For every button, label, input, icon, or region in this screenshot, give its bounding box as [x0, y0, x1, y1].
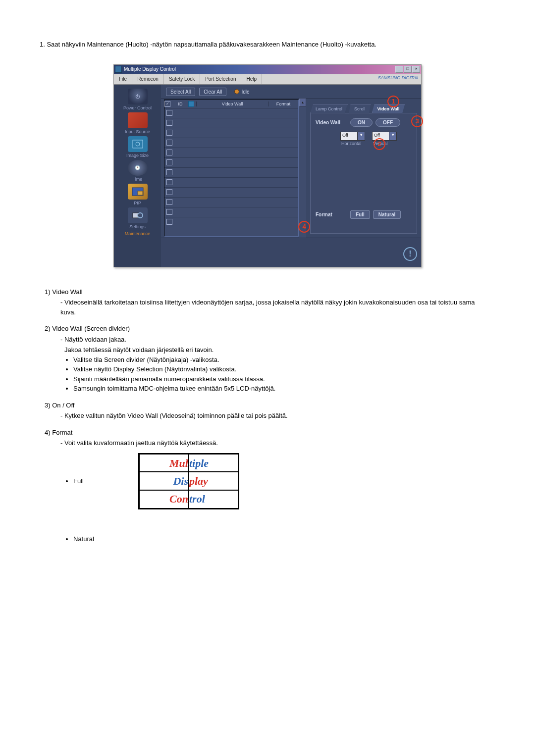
on-button[interactable]: ON	[350, 118, 373, 127]
desc-2-bullet: Samsungin toimittama MDC-ohjelma tukee e…	[73, 384, 490, 394]
desc-2-title: Video Wall (Screen divider)	[52, 325, 130, 332]
row-checkbox[interactable]	[166, 159, 172, 165]
row-checkbox[interactable]	[166, 169, 172, 175]
full-label: Full	[73, 476, 84, 486]
table-row[interactable]	[164, 118, 298, 128]
svg-point-1	[136, 142, 140, 146]
table-row[interactable]	[164, 138, 298, 148]
desc-2-num: 2)	[45, 325, 51, 332]
sidebar: ⏻ Power Control Input Source Image Size …	[114, 85, 161, 267]
intro-text: 1. Saat näkyviin Maintenance (Huolto) -n…	[40, 40, 495, 50]
table-row[interactable]	[164, 148, 298, 158]
desc-1-title: Video Wall	[52, 288, 82, 296]
desc-4-num: 4)	[45, 429, 51, 436]
row-checkbox[interactable]	[166, 209, 172, 215]
select-all-button[interactable]: Select All	[166, 88, 195, 96]
maximize-button[interactable]: □	[404, 66, 412, 73]
sidebar-item-settings[interactable]: Settings	[114, 207, 161, 229]
callout-1: 1	[387, 96, 399, 107]
status-bar: !	[161, 238, 421, 267]
desc-1-text: - Videoseinällä tarkoitetaan toisiinsa l…	[60, 298, 490, 317]
input-icon	[128, 112, 148, 128]
table-row[interactable]	[164, 108, 298, 118]
row-checkbox[interactable]	[166, 150, 172, 155]
menubar: File Remocon Safety Lock Port Selection …	[114, 74, 421, 85]
table-body	[164, 108, 298, 236]
menu-remocon[interactable]: Remocon	[132, 74, 164, 84]
table-row[interactable]	[164, 188, 298, 198]
desc-2-text2: Jakoa tehtäessä näytöt voidaan järjestel…	[64, 345, 490, 355]
row-checkbox[interactable]	[166, 120, 172, 126]
brand-label: SAMSUNG DIGITAll	[375, 74, 421, 84]
idle-dot-icon	[234, 89, 239, 94]
sidebar-item-maintenance[interactable]: Maintenance	[114, 231, 161, 236]
sidebar-item-image-size[interactable]: Image Size	[114, 136, 161, 158]
table-scrollbar[interactable]: ▲	[299, 99, 306, 238]
sidebar-item-pip[interactable]: PIP	[114, 184, 161, 205]
col-type-icon	[186, 101, 196, 107]
display-table: ✓ ID Video Wall Format	[164, 100, 299, 237]
table-row[interactable]	[164, 198, 298, 207]
desc-4-text: - Voit valita kuvaformaatin jaettua näyt…	[60, 438, 490, 448]
full-button[interactable]: Full	[350, 210, 370, 219]
power-icon: ⏻	[128, 89, 148, 104]
titlebar: Multiple Display Control _ □ ×	[114, 65, 421, 74]
menu-safety-lock[interactable]: Safety Lock	[164, 74, 200, 84]
row-checkbox[interactable]	[166, 219, 172, 225]
table-row[interactable]	[164, 178, 298, 188]
app-icon	[115, 66, 122, 73]
sidebar-item-time[interactable]: 🕑 Time	[114, 160, 161, 182]
menu-port-selection[interactable]: Port Selection	[200, 74, 241, 84]
desc-3-num: 3)	[45, 402, 51, 409]
col-id: ID	[174, 101, 186, 106]
table-row[interactable]	[164, 128, 298, 138]
description-list: 1) Video Wall - Videoseinällä tarkoiteta…	[45, 287, 490, 544]
video-wall-label: Video Wall	[316, 120, 347, 125]
desc-4-title: Format	[52, 429, 72, 436]
row-checkbox[interactable]	[166, 189, 172, 195]
gear-icon	[128, 207, 148, 223]
desc-1-num: 1)	[45, 288, 51, 296]
horizontal-select[interactable]: Off ▾	[340, 132, 365, 141]
row-checkbox[interactable]	[166, 110, 172, 116]
idle-status: Idle	[234, 89, 249, 95]
callout-2: 2	[374, 138, 385, 150]
off-button[interactable]: OFF	[375, 118, 400, 127]
checkbox-header[interactable]: ✓	[164, 101, 170, 107]
col-video-wall: Video Wall	[196, 101, 268, 106]
app-screenshot: Multiple Display Control _ □ × File Remo…	[113, 64, 422, 267]
minimize-button[interactable]: _	[395, 66, 403, 73]
desc-2-bullet: Valitse näyttö Display Selection (Näytön…	[73, 364, 490, 374]
warning-icon: !	[403, 247, 417, 261]
desc-2-text1: - Näyttö voidaan jakaa.	[60, 335, 490, 345]
desc-2-bullet: Sijainti määritellään painamalla numerop…	[73, 374, 490, 384]
menu-help[interactable]: Help	[241, 74, 262, 84]
tab-scroll[interactable]: Scroll	[349, 104, 371, 113]
close-button[interactable]: ×	[412, 66, 420, 73]
clear-all-button[interactable]: Clear All	[199, 88, 226, 96]
horizontal-label: Horizontal	[340, 141, 365, 146]
natural-label: Natural	[73, 534, 490, 544]
menu-file[interactable]: File	[114, 74, 132, 84]
row-checkbox[interactable]	[166, 179, 172, 185]
natural-button[interactable]: Natural	[373, 210, 401, 219]
row-checkbox[interactable]	[166, 130, 172, 136]
table-row[interactable]	[164, 207, 298, 217]
settings-panel: Lamp Control Scroll Video Wall Video Wal…	[306, 99, 421, 238]
sidebar-item-power[interactable]: ⏻ Power Control	[114, 89, 161, 110]
table-row[interactable]	[164, 217, 298, 227]
desc-2-bullet: Valitse tila Screen divider (Näytönjakaj…	[73, 355, 490, 365]
toolbar: Select All Clear All Idle	[161, 85, 421, 99]
desc-3-text: - Kytkee valitun näytön Video Wall (Vide…	[60, 411, 490, 421]
clock-icon: 🕑	[128, 160, 148, 176]
sidebar-item-input[interactable]: Input Source	[114, 112, 161, 134]
desc-3-title: On / Off	[52, 402, 74, 409]
callout-4: 4	[298, 221, 310, 233]
tab-lamp-control[interactable]: Lamp Control	[310, 104, 348, 113]
table-row[interactable]	[164, 168, 298, 178]
row-checkbox[interactable]	[166, 140, 172, 146]
row-checkbox[interactable]	[166, 199, 172, 205]
table-row[interactable]	[164, 158, 298, 168]
scroll-up-icon[interactable]: ▲	[299, 99, 306, 106]
callout-3: 3	[411, 115, 423, 127]
